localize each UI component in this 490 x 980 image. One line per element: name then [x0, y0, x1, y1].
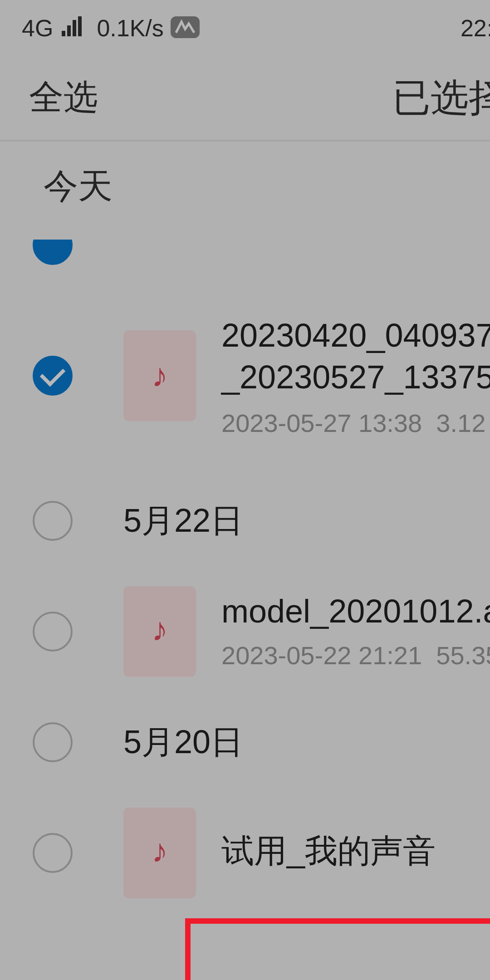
- modal-backdrop[interactable]: [0, 0, 490, 980]
